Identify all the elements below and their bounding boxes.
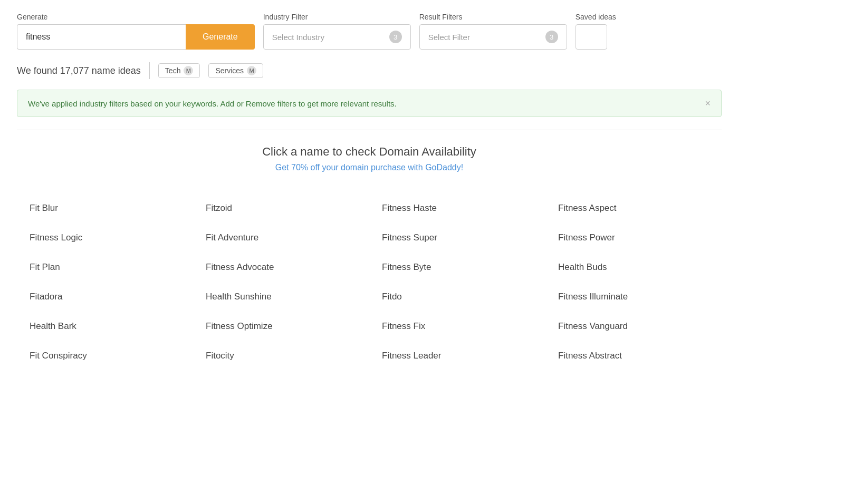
services-filter-badge: M [247, 66, 256, 75]
name-cell[interactable]: Fitness Haste [369, 193, 545, 223]
name-cell[interactable]: Fitadora [17, 282, 193, 312]
results-count: We found 17,077 name ideas [17, 65, 141, 76]
services-filter-label: Services [215, 66, 244, 75]
name-cell[interactable]: Fit Plan [17, 253, 193, 282]
name-cell[interactable]: Health Buds [545, 253, 722, 282]
generate-input[interactable] [17, 24, 186, 50]
names-grid: Fit BlurFitzoidFitness HasteFitness Aspe… [17, 193, 722, 371]
name-cell[interactable]: Health Sunshine [193, 282, 369, 312]
industry-filter-dropdown[interactable]: Select Industry 3 [263, 24, 411, 50]
separator [17, 130, 722, 130]
name-cell[interactable]: Fitness Leader [369, 341, 545, 371]
services-filter-tag[interactable]: Services M [208, 63, 263, 78]
name-cell[interactable]: Fitness Byte [369, 253, 545, 282]
result-filters-label: Result Filters [419, 13, 567, 21]
saved-ideas-box[interactable] [576, 24, 607, 50]
godaddy-link[interactable]: Get 70% off your domain purchase with Go… [275, 163, 463, 172]
result-filter-dropdown[interactable]: Select Filter 3 [419, 24, 567, 50]
generate-button[interactable]: Generate [186, 24, 255, 50]
name-cell[interactable]: Fit Adventure [193, 223, 369, 253]
name-cell[interactable]: Health Bark [17, 312, 193, 341]
name-cell[interactable]: Fitness Illuminate [545, 282, 722, 312]
saved-ideas-label: Saved ideas [576, 13, 616, 21]
vertical-divider [149, 62, 150, 79]
name-cell[interactable]: Fitness Super [369, 223, 545, 253]
domain-header: Click a name to check Domain Availabilit… [17, 145, 722, 172]
name-cell[interactable]: Fitness Fix [369, 312, 545, 341]
name-cell[interactable]: Fit Blur [17, 193, 193, 223]
name-cell[interactable]: Fitdo [369, 282, 545, 312]
name-cell[interactable]: Fitness Aspect [545, 193, 722, 223]
name-cell[interactable]: Fitness Power [545, 223, 722, 253]
tech-filter-tag[interactable]: Tech M [158, 63, 200, 78]
name-cell[interactable]: Fitness Optimize [193, 312, 369, 341]
name-cell[interactable]: Fitness Advocate [193, 253, 369, 282]
result-filter-badge: 3 [545, 31, 558, 43]
result-filter-placeholder: Select Filter [428, 33, 470, 42]
tech-filter-badge: M [184, 66, 193, 75]
info-banner: We've applied industry filters based on … [17, 90, 722, 117]
name-cell[interactable]: Fitness Logic [17, 223, 193, 253]
industry-filter-badge: 3 [389, 31, 402, 43]
banner-message: We've applied industry filters based on … [28, 99, 397, 108]
tech-filter-label: Tech [165, 66, 181, 75]
industry-filter-label: Industry Filter [263, 13, 411, 21]
industry-filter-placeholder: Select Industry [272, 33, 324, 42]
name-cell[interactable]: Fitness Abstract [545, 341, 722, 371]
name-cell[interactable]: Fit Conspiracy [17, 341, 193, 371]
banner-close-button[interactable]: × [705, 99, 711, 108]
domain-title: Click a name to check Domain Availabilit… [17, 145, 722, 159]
generate-label: Generate [17, 13, 255, 21]
name-cell[interactable]: Fitocity [193, 341, 369, 371]
name-cell[interactable]: Fitzoid [193, 193, 369, 223]
name-cell[interactable]: Fitness Vanguard [545, 312, 722, 341]
